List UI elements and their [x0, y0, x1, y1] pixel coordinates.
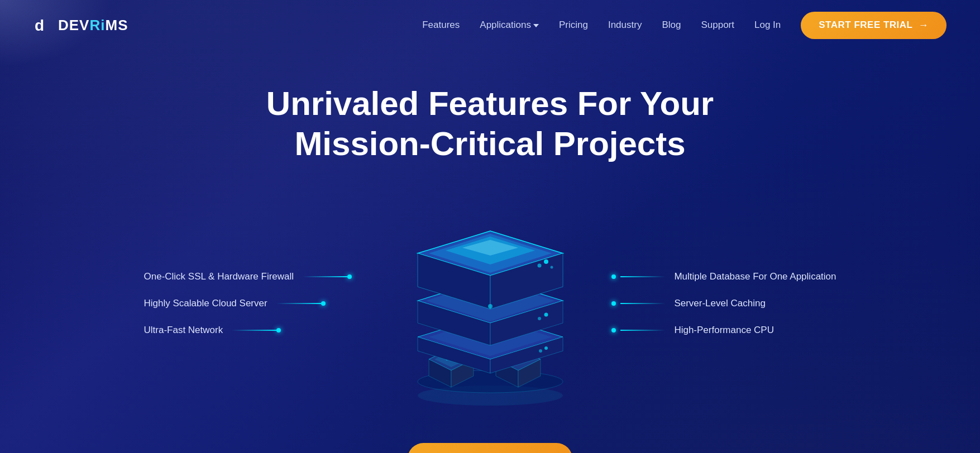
nav-item-industry[interactable]: Industry: [608, 20, 642, 31]
svg-point-11: [550, 266, 553, 269]
nav-links: Features Applications Pricing Industry B…: [422, 12, 946, 39]
feature-ssl-label: One-Click SSL & Hardware Firewall: [144, 271, 294, 282]
nav-link-pricing[interactable]: Pricing: [559, 20, 588, 30]
arrow-right-icon: →: [919, 20, 929, 31]
svg-point-12: [488, 304, 493, 309]
feature-caching-label: Server-Level Caching: [674, 298, 765, 309]
nav-item-login[interactable]: Log In: [754, 20, 781, 31]
nav-link-blog[interactable]: Blog: [662, 20, 681, 30]
nav-item-support[interactable]: Support: [701, 20, 734, 31]
nav-item-pricing[interactable]: Pricing: [559, 20, 588, 31]
server-svg: CPU DSK: [379, 197, 602, 409]
feature-network: Ultra-Fast Network: [144, 325, 352, 336]
nav-link-industry[interactable]: Industry: [608, 20, 642, 30]
navbar: d DEVRiMS Features Applications Pricing …: [0, 0, 980, 50]
svg-point-8: [538, 317, 541, 320]
feature-cpu: High-Performance CPU: [611, 325, 836, 336]
hero-section: Unrivaled Features For Your Mission-Crit…: [0, 50, 980, 453]
feature-caching: Server-Level Caching: [611, 298, 836, 309]
logo-icon: d: [34, 15, 54, 35]
brand-name: DEVRiMS: [58, 17, 128, 34]
feature-database: Multiple Database For One Application: [611, 271, 836, 282]
nav-link-applications[interactable]: Applications: [480, 20, 539, 31]
nav-item-cta[interactable]: START FREE TRIAL →: [801, 12, 946, 39]
svg-point-6: [539, 349, 542, 353]
svg-point-7: [544, 313, 548, 317]
server-illustration: CPU DSK: [379, 197, 602, 409]
nav-cta-button[interactable]: START FREE TRIAL →: [801, 12, 946, 39]
svg-point-5: [544, 346, 548, 350]
nav-link-features[interactable]: Features: [422, 20, 460, 30]
features-right: Multiple Database For One Application Se…: [611, 271, 836, 336]
nav-item-features[interactable]: Features: [422, 20, 460, 31]
cta-bottom-button[interactable]: START FREE TRIAL →: [408, 443, 572, 453]
feature-cloud: Highly Scalable Cloud Server: [144, 298, 352, 309]
svg-point-10: [537, 264, 541, 268]
nav-item-applications[interactable]: Applications: [480, 20, 539, 31]
feature-database-label: Multiple Database For One Application: [674, 271, 836, 282]
chevron-down-icon: [533, 24, 539, 27]
feature-cloud-line: [276, 301, 326, 306]
logo[interactable]: d DEVRiMS: [34, 15, 128, 35]
svg-text:d: d: [35, 17, 44, 34]
feature-ssl-line: [303, 274, 352, 279]
nav-item-blog[interactable]: Blog: [662, 20, 681, 31]
feature-network-label: Ultra-Fast Network: [144, 325, 223, 336]
nav-link-support[interactable]: Support: [701, 20, 734, 30]
cta-bottom: START FREE TRIAL →: [0, 409, 980, 453]
feature-cpu-label: High-Performance CPU: [674, 325, 774, 336]
feature-network-line: [232, 328, 281, 332]
features-left: One-Click SSL & Hardware Firewall Highly…: [144, 271, 352, 336]
hero-headline: Unrivaled Features For Your Mission-Crit…: [239, 84, 742, 164]
nav-link-login[interactable]: Log In: [754, 20, 781, 30]
feature-ssl: One-Click SSL & Hardware Firewall: [144, 271, 352, 282]
feature-cloud-label: Highly Scalable Cloud Server: [144, 298, 267, 309]
features-diagram: One-Click SSL & Hardware Firewall Highly…: [99, 197, 881, 409]
svg-point-9: [544, 259, 548, 264]
